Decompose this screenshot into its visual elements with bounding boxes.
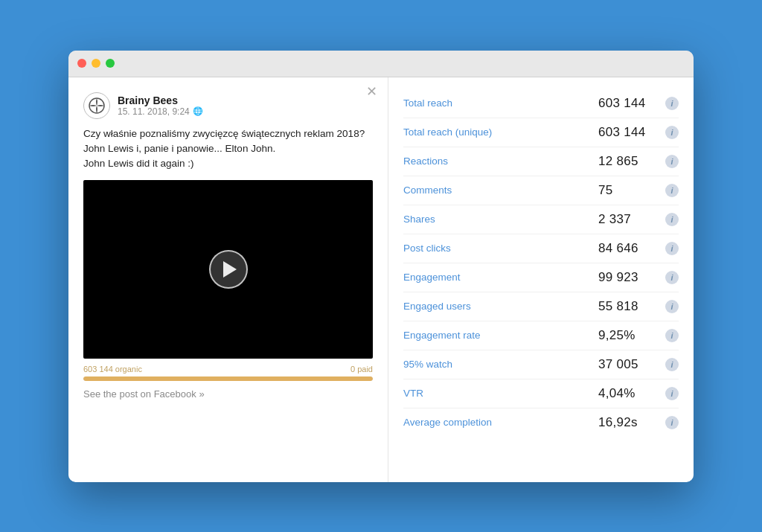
post-header: Brainy Bees 15. 11. 2018, 9:24 🌐	[83, 92, 373, 119]
left-panel: Brainy Bees 15. 11. 2018, 9:24 🌐 Czy wła…	[68, 77, 388, 482]
info-icon[interactable]: i	[665, 126, 679, 139]
stat-row: Total reach (unique)603 144i	[403, 118, 679, 147]
minimize-button-traffic[interactable]	[92, 59, 100, 68]
stat-label[interactable]: Total reach	[403, 97, 598, 109]
play-button[interactable]	[209, 250, 248, 289]
post-text: Czy właśnie poznaliśmy zwycięzcę świątec…	[83, 126, 373, 172]
stat-value: 603 144	[598, 125, 665, 140]
stat-label[interactable]: Post clicks	[403, 243, 598, 254]
video-player[interactable]	[83, 180, 373, 359]
stat-value: 12 865	[598, 154, 665, 169]
stat-value: 75	[598, 183, 665, 198]
stat-label[interactable]: Average completion	[403, 417, 598, 428]
stat-label[interactable]: Comments	[403, 185, 598, 196]
stat-label[interactable]: 95% watch	[403, 359, 598, 370]
stat-row: Total reach603 144i	[403, 89, 679, 118]
info-icon[interactable]: i	[665, 387, 679, 400]
close-button-traffic[interactable]	[77, 59, 86, 68]
info-icon[interactable]: i	[665, 329, 679, 342]
info-icon[interactable]: i	[665, 213, 679, 226]
info-icon[interactable]: i	[665, 184, 679, 197]
info-icon[interactable]: i	[665, 155, 679, 168]
stat-row: Engaged users55 818i	[403, 292, 679, 321]
stats-container: Total reach603 144iTotal reach (unique)6…	[403, 89, 679, 437]
stat-row: Engagement rate9,25%i	[403, 321, 679, 350]
reach-paid-label: 0 paid	[350, 365, 373, 374]
stat-row: Engagement99 923i	[403, 263, 679, 292]
stat-row: VTR4,04%i	[403, 379, 679, 408]
stat-value: 84 646	[598, 241, 665, 256]
stat-row: Post clicks84 646i	[403, 234, 679, 263]
reach-bar	[83, 376, 373, 381]
stat-value: 16,92s	[598, 415, 665, 430]
post-author: Brainy Bees	[118, 94, 203, 106]
reach-organic-label: 603 144 organic	[83, 365, 142, 374]
reach-bar-section: 603 144 organic 0 paid	[83, 365, 373, 381]
stat-value: 603 144	[598, 96, 665, 111]
stat-row: Reactions12 865i	[403, 147, 679, 176]
stat-label[interactable]: Engagement rate	[403, 330, 598, 341]
info-icon[interactable]: i	[665, 242, 679, 255]
right-panel: Total reach603 144iTotal reach (unique)6…	[388, 77, 694, 482]
traffic-lights	[77, 59, 115, 68]
stat-value: 4,04%	[598, 386, 665, 401]
stat-value: 37 005	[598, 357, 665, 372]
stat-value: 99 923	[598, 270, 665, 285]
stat-label[interactable]: Total reach (unique)	[403, 126, 598, 138]
stat-label[interactable]: VTR	[403, 388, 598, 399]
main-window: Brainy Bees 15. 11. 2018, 9:24 🌐 Czy wła…	[68, 51, 694, 482]
stat-row: Shares2 337i	[403, 205, 679, 234]
facebook-link[interactable]: See the post on Facebook »	[83, 388, 373, 400]
stat-label[interactable]: Engagement	[403, 272, 598, 283]
titlebar	[68, 51, 694, 77]
reach-bar-fill	[83, 376, 373, 381]
stat-label[interactable]: Shares	[403, 214, 598, 225]
info-icon[interactable]: i	[665, 300, 679, 313]
play-triangle-icon	[223, 261, 237, 278]
post-meta: Brainy Bees 15. 11. 2018, 9:24 🌐	[118, 94, 203, 117]
info-icon[interactable]: i	[665, 271, 679, 284]
globe-icon: 🌐	[193, 106, 203, 116]
close-dialog-button[interactable]: ✕	[366, 85, 377, 98]
stat-row: Comments75i	[403, 176, 679, 205]
stat-label[interactable]: Engaged users	[403, 301, 598, 312]
stat-value: 2 337	[598, 212, 665, 227]
content-area: Brainy Bees 15. 11. 2018, 9:24 🌐 Czy wła…	[68, 77, 694, 482]
stat-value: 9,25%	[598, 328, 665, 343]
maximize-button-traffic[interactable]	[106, 59, 115, 68]
info-icon[interactable]: i	[665, 97, 679, 110]
stat-row: 95% watch37 005i	[403, 350, 679, 379]
avatar	[83, 92, 110, 119]
stat-label[interactable]: Reactions	[403, 156, 598, 167]
info-icon[interactable]: i	[665, 358, 679, 371]
stat-row: Average completion16,92si	[403, 408, 679, 437]
reach-labels: 603 144 organic 0 paid	[83, 365, 373, 374]
post-date: 15. 11. 2018, 9:24 🌐	[118, 106, 203, 117]
info-icon[interactable]: i	[665, 416, 679, 429]
stat-value: 55 818	[598, 299, 665, 314]
